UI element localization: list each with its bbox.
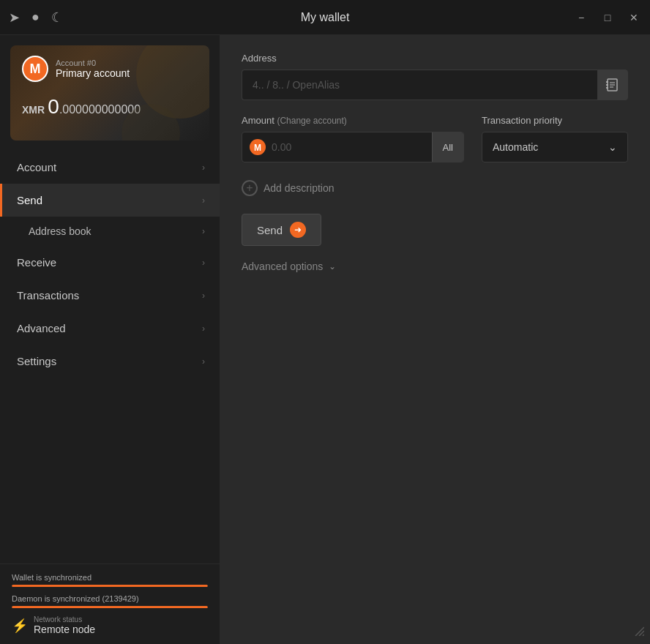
moon-icon[interactable]: ☾ bbox=[51, 10, 63, 26]
amount-priority-row: Amount (Change account) M All Transactio… bbox=[242, 115, 628, 162]
sidebar-bottom: Wallet is synchronized Daemon is synchro… bbox=[0, 564, 220, 644]
chevron-right-icon: › bbox=[202, 226, 205, 236]
svg-rect-6 bbox=[606, 87, 608, 89]
sidebar-item-advanced-label: Advanced bbox=[17, 322, 66, 334]
globe-icon[interactable]: ● bbox=[31, 10, 40, 25]
add-description-icon: + bbox=[242, 180, 258, 196]
network-info: Network status Remote node bbox=[34, 615, 95, 635]
close-button[interactable]: ✕ bbox=[627, 10, 641, 25]
account-card: M Account #0 Primary account XMR 0.00000… bbox=[10, 45, 209, 141]
sidebar-item-transactions-label: Transactions bbox=[17, 289, 79, 302]
wallet-sync-fill bbox=[12, 585, 208, 587]
chevron-right-icon: › bbox=[202, 162, 205, 173]
add-description-row[interactable]: + Add description bbox=[242, 180, 628, 196]
sidebar-item-account[interactable]: Account › bbox=[0, 151, 220, 184]
sidebar-item-account-label: Account bbox=[17, 161, 56, 173]
address-row bbox=[242, 70, 628, 100]
titlebar-left-icons: ➤ ● ☾ bbox=[9, 10, 63, 26]
resize-icon bbox=[634, 626, 644, 636]
forward-icon[interactable]: ➤ bbox=[9, 10, 20, 26]
window-title: My wallet bbox=[301, 11, 350, 24]
sidebar: M Account #0 Primary account XMR 0.00000… bbox=[0, 35, 220, 644]
account-info: Account #0 Primary account bbox=[56, 59, 130, 79]
daemon-sync-fill bbox=[12, 606, 208, 608]
daemon-sync-label: Daemon is synchronized (2139429) bbox=[12, 594, 208, 603]
account-balance: XMR 0.000000000000 bbox=[22, 95, 198, 119]
content-area: Address Amount (Change acco bbox=[220, 35, 650, 644]
account-number: Account #0 bbox=[56, 59, 130, 67]
account-header: M Account #0 Primary account bbox=[22, 56, 198, 82]
change-account-label[interactable]: (Change account) bbox=[277, 116, 346, 126]
svg-rect-4 bbox=[606, 81, 608, 83]
sidebar-item-address-book[interactable]: Address book › bbox=[0, 217, 220, 246]
daemon-sync-bar bbox=[12, 606, 208, 608]
send-arrow-icon: ➜ bbox=[290, 222, 306, 238]
svg-rect-5 bbox=[606, 84, 608, 86]
address-input[interactable] bbox=[242, 70, 597, 100]
monero-icon: M bbox=[250, 139, 266, 155]
priority-label: Transaction priority bbox=[482, 115, 628, 126]
main-layout: M Account #0 Primary account XMR 0.00000… bbox=[0, 35, 650, 644]
network-status: ⚡ Network status Remote node bbox=[12, 615, 208, 635]
svg-text:M: M bbox=[254, 143, 261, 153]
sidebar-item-receive[interactable]: Receive › bbox=[0, 246, 220, 279]
wallet-sync-label: Wallet is synchronized bbox=[12, 573, 208, 582]
contact-book-icon bbox=[605, 78, 620, 92]
chevron-right-icon: › bbox=[202, 291, 205, 301]
amount-input-row: M All bbox=[242, 132, 464, 162]
lightning-icon: ⚡ bbox=[12, 618, 28, 634]
amount-label: Amount (Change account) bbox=[242, 115, 464, 126]
resize-handle[interactable] bbox=[634, 626, 644, 638]
address-field-label: Address bbox=[242, 53, 628, 64]
maximize-button[interactable]: □ bbox=[600, 10, 615, 25]
advanced-options-label: Advanced options bbox=[242, 261, 323, 272]
network-value-text: Remote node bbox=[34, 624, 95, 635]
sidebar-item-send-label: Send bbox=[17, 194, 42, 206]
svg-text:M: M bbox=[30, 61, 41, 76]
address-book-button[interactable] bbox=[597, 70, 628, 100]
sidebar-item-settings[interactable]: Settings › bbox=[0, 345, 220, 378]
send-button[interactable]: Send ➜ bbox=[242, 214, 321, 246]
monero-logo: M bbox=[22, 56, 48, 82]
sidebar-item-settings-label: Settings bbox=[17, 355, 56, 367]
amount-section: Amount (Change account) M All bbox=[242, 115, 464, 162]
advanced-options-row[interactable]: Advanced options ⌄ bbox=[242, 261, 628, 272]
chevron-right-icon: › bbox=[202, 356, 205, 367]
chevron-right-icon: › bbox=[202, 323, 205, 334]
balance-currency: XMR bbox=[22, 104, 45, 116]
send-button-label: Send bbox=[257, 224, 283, 236]
all-button[interactable]: All bbox=[432, 132, 463, 162]
sidebar-item-advanced[interactable]: Advanced › bbox=[0, 312, 220, 345]
sidebar-item-transactions[interactable]: Transactions › bbox=[0, 279, 220, 312]
nav-items: Account › Send › Address book › Receive … bbox=[0, 151, 220, 564]
titlebar: ➤ ● ☾ My wallet − □ ✕ bbox=[0, 0, 650, 35]
balance-whole: 0 bbox=[48, 95, 59, 118]
priority-value: Automatic bbox=[493, 141, 538, 153]
priority-section: Transaction priority Automatic ⌄ bbox=[482, 115, 628, 162]
account-name: Primary account bbox=[56, 67, 130, 79]
priority-select[interactable]: Automatic ⌄ bbox=[482, 132, 628, 162]
chevron-down-icon: ⌄ bbox=[329, 261, 336, 272]
window-controls: − □ ✕ bbox=[574, 10, 641, 25]
sidebar-item-receive-label: Receive bbox=[17, 256, 56, 269]
chevron-right-icon: › bbox=[202, 195, 205, 206]
wallet-sync-bar bbox=[12, 585, 208, 587]
minimize-button[interactable]: − bbox=[574, 10, 589, 25]
amount-input[interactable] bbox=[272, 141, 432, 153]
sidebar-item-address-book-label: Address book bbox=[29, 225, 91, 237]
balance-decimals: .000000000000 bbox=[59, 103, 141, 116]
network-label-text: Network status bbox=[34, 615, 95, 624]
chevron-right-icon: › bbox=[202, 258, 205, 268]
chevron-down-icon: ⌄ bbox=[608, 141, 617, 153]
sidebar-item-send[interactable]: Send › bbox=[0, 184, 220, 217]
add-description-label: Add description bbox=[264, 182, 335, 194]
svg-line-14 bbox=[643, 634, 644, 636]
